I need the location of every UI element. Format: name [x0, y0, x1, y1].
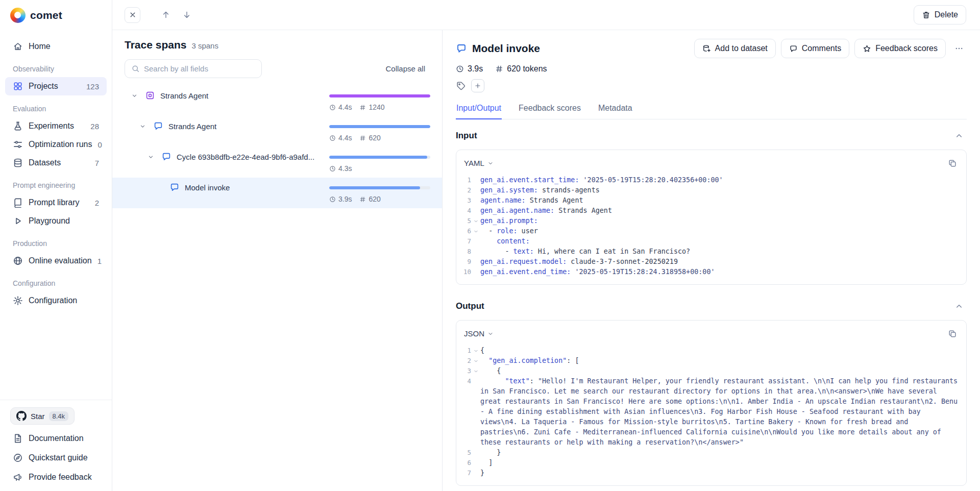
trace-span-row[interactable]: Strands Agent4.4s1240	[112, 86, 442, 116]
code-token: gen_ai.prompt:	[480, 217, 538, 225]
main-area: Delete Trace spans 3 spans Collapse all …	[112, 0, 980, 491]
trace-span-row[interactable]: Model invoke3.9s620	[112, 178, 442, 208]
code-card-header: JSON	[456, 321, 966, 345]
github-star-button[interactable]: Star 8.4k	[10, 407, 75, 425]
logo-wordmark: comet	[30, 9, 62, 21]
sidebar-item-experiments[interactable]: Experiments28	[5, 117, 107, 135]
duration-bar-fill	[329, 186, 420, 189]
chevron-down-icon[interactable]	[129, 89, 139, 102]
tab-metadata[interactable]: Metadata	[598, 99, 633, 119]
collapse-section-button[interactable]	[951, 128, 967, 143]
sidebar-item-optimization-runs[interactable]: Optimization runs0	[5, 135, 107, 154]
tab-feedback-scores[interactable]: Feedback scores	[518, 99, 581, 119]
search-input[interactable]	[144, 64, 255, 73]
code-token: Strands Agent	[526, 197, 583, 204]
line-number: 8	[459, 247, 471, 257]
comments-button[interactable]: Comments	[781, 39, 849, 58]
sidebar-item-label: Experiments	[29, 121, 74, 131]
chevron-up-icon	[954, 302, 964, 311]
code-line: 1{	[459, 346, 959, 356]
sidebar-item-datasets[interactable]: Datasets7	[5, 154, 107, 172]
sidebar-item-count: 28	[90, 122, 99, 131]
code-content: }	[480, 448, 959, 458]
format-select[interactable]: YAML	[464, 159, 494, 167]
add-tag-button[interactable]	[471, 79, 484, 92]
clock-icon	[456, 65, 464, 73]
footer-link-quickstart-guide[interactable]: Quickstart guide	[5, 448, 107, 468]
configuration-icon	[13, 296, 23, 306]
comment-icon	[789, 44, 798, 53]
search-box[interactable]	[125, 59, 262, 78]
footer-link-documentation[interactable]: Documentation	[5, 429, 107, 448]
trace-span-row[interactable]: Cycle 693b8dfb-e22e-4ead-9bf6-a9afd...4.…	[112, 147, 442, 178]
arrow-up-icon	[161, 10, 170, 19]
line-number: 4	[459, 376, 471, 448]
fold-spacer	[471, 376, 480, 448]
section-header: Input	[456, 128, 967, 143]
close-trace-button[interactable]	[125, 7, 140, 23]
tab-input-output[interactable]: Input/Output	[456, 99, 502, 119]
section-heading: Input	[456, 131, 477, 141]
code-content: - text: Hi, where can I eat in San Franc…	[480, 247, 959, 257]
sidebar-item-playground[interactable]: Playground	[5, 212, 107, 230]
nav-up-button[interactable]	[158, 7, 174, 23]
line-number: 6	[459, 458, 471, 468]
footer-link-provide-feedback[interactable]: Provide feedback	[5, 468, 107, 487]
arrow-down-icon	[182, 10, 191, 19]
copy-button[interactable]	[944, 155, 960, 171]
feedback-scores-button[interactable]: Feedback scores	[854, 39, 946, 58]
fold-toggle-icon[interactable]	[471, 366, 480, 376]
sidebar-item-prompt-library[interactable]: Prompt library2	[5, 193, 107, 212]
fold-toggle-icon[interactable]	[471, 346, 480, 356]
fold-toggle-icon[interactable]	[471, 226, 480, 236]
sidebar-item-count: 2	[95, 199, 99, 207]
line-number: 7	[459, 468, 471, 478]
format-label: YAML	[464, 159, 484, 167]
code-line: 1gen_ai.event.start_time: '2025-05-19T15…	[459, 175, 959, 185]
code-token: Strands Agent	[554, 207, 612, 214]
fold-toggle-icon[interactable]	[471, 356, 480, 366]
collapse-all-button[interactable]: Collapse all	[380, 60, 430, 77]
code-token: gen_ai.system:	[480, 186, 538, 194]
comet-logo[interactable]: comet	[0, 0, 112, 30]
trace-span-row[interactable]: Strands Agent4.4s620	[112, 116, 442, 147]
code-content: agent.name: Strands Agent	[480, 195, 959, 206]
add-to-dataset-button[interactable]: Add to dataset	[694, 39, 776, 58]
sidebar-item-label: Prompt library	[29, 198, 80, 207]
code-token	[480, 377, 505, 385]
code-token: '2025-05-19T15:28:20.402356+00:00'	[579, 176, 723, 184]
fold-toggle-icon[interactable]	[471, 216, 480, 226]
span-detail-header: Model invoke Add to datasetCommentsFeedb…	[456, 39, 967, 58]
more-actions-button[interactable]	[951, 41, 967, 57]
span-duration: 4.4s	[338, 103, 352, 111]
copy-button[interactable]	[944, 326, 960, 341]
span-name: Cycle 693b8dfb-e22e-4ead-9bf6-a9afd...	[177, 151, 321, 163]
sidebar-item-projects[interactable]: Projects123	[5, 77, 107, 95]
section-output: OutputJSON1{2 "gen_ai.completion": [3 {4…	[456, 299, 967, 486]
github-icon	[16, 411, 27, 421]
sidebar-item-home[interactable]: Home	[5, 37, 107, 56]
delete-button[interactable]: Delete	[914, 5, 966, 24]
collapse-section-button[interactable]	[951, 298, 967, 314]
code-token: gen_ai.event.end_time:	[480, 268, 571, 276]
format-select[interactable]: JSON	[464, 329, 494, 338]
code-line: 6 - role: user	[459, 226, 959, 236]
nav-down-button[interactable]	[179, 7, 194, 23]
code-token: role:	[497, 227, 517, 235]
sidebar-item-online-evaluation[interactable]: Online evaluation1	[5, 252, 107, 270]
code-line: 7 content:	[459, 236, 959, 247]
code-card: JSON1{2 "gen_ai.completion": [3 {4 "text…	[456, 320, 967, 486]
sidebar-item-configuration[interactable]: Configuration	[5, 291, 107, 310]
line-number: 4	[459, 206, 471, 216]
close-icon	[129, 11, 137, 19]
chevron-down-icon[interactable]	[137, 120, 148, 133]
plus-icon	[474, 82, 481, 89]
line-number: 9	[459, 257, 471, 267]
chevron-down-icon[interactable]	[145, 151, 156, 163]
action-label: Comments	[802, 44, 841, 53]
sidebar-item-count: 7	[95, 159, 99, 167]
fold-spacer	[471, 468, 480, 478]
footer-link-label: Quickstart guide	[29, 453, 88, 462]
line-number: 2	[459, 356, 471, 366]
duration-bar-fill	[329, 125, 430, 128]
